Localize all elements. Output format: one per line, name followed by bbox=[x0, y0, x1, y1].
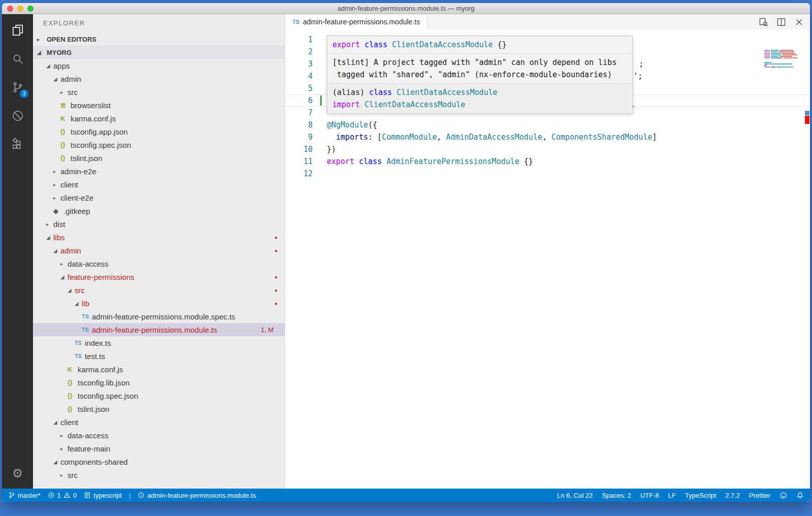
tab-bar: TS admin-feature-permissions.module.ts bbox=[285, 14, 810, 29]
tree-item-src[interactable]: ◢src● bbox=[33, 283, 285, 297]
vscode-window: admin-feature-permissions.module.ts — my… bbox=[2, 3, 810, 502]
chevron-down-icon: ◢ bbox=[53, 420, 60, 425]
source-control-icon[interactable]: 3 bbox=[2, 73, 33, 102]
tree-item-label: src bbox=[67, 88, 78, 96]
chevron-down-icon: ◢ bbox=[60, 274, 67, 280]
tree-item-admin-feature-permissions-module-spec-ts[interactable]: TSadmin-feature-permissions.module.spec.… bbox=[33, 310, 285, 323]
close-editor-icon[interactable] bbox=[794, 17, 804, 27]
tree-item-client[interactable]: ▸client bbox=[33, 178, 285, 191]
tree-item-karma-conf-js[interactable]: Kkarma.conf.js bbox=[33, 112, 285, 125]
code-token: import bbox=[332, 100, 360, 109]
minimap[interactable] bbox=[764, 50, 801, 68]
open-changes-icon[interactable] bbox=[759, 17, 768, 27]
tree-item-admin[interactable]: ◢admin bbox=[33, 72, 285, 85]
tree-item-admin-e2e[interactable]: ▸admin-e2e bbox=[33, 165, 285, 178]
tree-item-tslint-json[interactable]: {}tslint.json bbox=[33, 402, 285, 415]
tree-item-label: src bbox=[75, 286, 85, 295]
code-token bbox=[327, 133, 336, 142]
cursor-position[interactable]: Ln 6, Col 22 bbox=[557, 492, 593, 499]
explorer-icon[interactable] bbox=[2, 16, 33, 45]
tree-item-label: tsconfig.app.json bbox=[71, 127, 128, 136]
tree-item-karma-conf-js[interactable]: Kkarma.conf.js bbox=[33, 363, 285, 376]
tree-item-data-access[interactable]: ▸data-access bbox=[33, 257, 285, 270]
code-token: CommonModule bbox=[382, 133, 436, 142]
tree-item-label: dist bbox=[53, 220, 65, 229]
tree-item-index-ts[interactable]: TSindex.ts bbox=[33, 336, 285, 349]
linter-status[interactable]: typescript bbox=[84, 492, 122, 499]
notifications-bell-icon[interactable] bbox=[796, 492, 804, 499]
tree-item-src[interactable]: ▸src bbox=[33, 468, 285, 481]
encoding-setting[interactable]: UTF-8 bbox=[640, 492, 659, 499]
typescript-version[interactable]: 2.7.2 bbox=[725, 492, 740, 499]
tree-item-dist[interactable]: ▸dist bbox=[33, 217, 285, 231]
chevron-right-icon: ▸ bbox=[60, 433, 67, 438]
tree-item-label: tsconfig.spec.json bbox=[71, 141, 131, 149]
tree-item-label: data-access bbox=[67, 431, 109, 440]
tree-item-label: admin-e2e bbox=[60, 167, 96, 176]
problem-file-status[interactable]: admin-feature-permissions.module.ts bbox=[138, 492, 256, 499]
modified-dot-badge: ● bbox=[275, 274, 278, 280]
modified-dot-badge: ● bbox=[275, 287, 278, 293]
code-token: class bbox=[364, 40, 387, 49]
tree-item-label: karma.conf.js bbox=[78, 365, 123, 374]
open-editors-section[interactable]: ▸ OPEN EDITORS bbox=[33, 33, 285, 46]
tree-item-lib[interactable]: ◢lib● bbox=[33, 297, 285, 310]
eol-setting[interactable]: LF bbox=[668, 492, 676, 499]
code-line-9[interactable]: 9 imports: [CommonModule, AdminDataAcces… bbox=[285, 131, 810, 143]
tree-item-browserslist[interactable]: ≣browserslist bbox=[33, 99, 285, 112]
json-file-icon: {} bbox=[67, 405, 78, 412]
tree-item-test-ts[interactable]: TStest.ts bbox=[33, 349, 285, 363]
code-line-10[interactable]: 10}) bbox=[285, 143, 810, 155]
tree-item-client[interactable]: ◢client bbox=[33, 415, 285, 429]
tree-item-label: admin bbox=[60, 246, 81, 255]
tree-item--gitkeep[interactable]: ◈.gitkeep bbox=[33, 204, 285, 217]
tree-item-tsconfig-app-json[interactable]: {}tsconfig.app.json bbox=[33, 125, 285, 138]
tree-item-admin-feature-permissions-module-ts[interactable]: TSadmin-feature-permissions.module.ts1, … bbox=[33, 323, 285, 336]
tree-item-label: tslint.json bbox=[78, 405, 110, 413]
search-icon[interactable] bbox=[2, 45, 33, 73]
git-file-icon: ◈ bbox=[53, 207, 63, 215]
indentation-setting[interactable]: Spaces: 2 bbox=[602, 492, 631, 499]
code-area[interactable]: export class ClientDataAccessModule {} [… bbox=[285, 29, 810, 489]
language-mode[interactable]: TypeScript bbox=[685, 492, 716, 499]
feedback-smiley-icon[interactable] bbox=[780, 492, 787, 499]
tree-item-tslint-json[interactable]: {}tslint.json bbox=[33, 151, 285, 165]
tree-item-src[interactable]: ▸src bbox=[33, 85, 285, 99]
tree-item-tsconfig-lib-json[interactable]: {}tsconfig.lib.json bbox=[33, 376, 285, 389]
tab-admin-feature-permissions-module-ts[interactable]: TS admin-feature-permissions.module.ts bbox=[285, 14, 427, 29]
line-number: 11 bbox=[285, 155, 313, 168]
karma-file-icon: K bbox=[60, 115, 71, 122]
tree-item-tsconfig-spec-json[interactable]: {}tsconfig.spec.json bbox=[33, 389, 285, 402]
extensions-icon[interactable] bbox=[2, 130, 33, 158]
code-line-8[interactable]: 8@NgModule({ bbox=[285, 119, 810, 131]
tree-item-label: index.ts bbox=[85, 339, 111, 347]
debug-icon[interactable] bbox=[2, 102, 33, 130]
tree-item-admin[interactable]: ◢admin● bbox=[33, 244, 285, 257]
code-token: export bbox=[332, 40, 360, 49]
status-separator: | bbox=[129, 492, 130, 499]
chevron-down-icon: ◢ bbox=[53, 76, 60, 82]
close-window-button[interactable] bbox=[7, 6, 13, 12]
tree-item-components-shared[interactable]: ◢components-shared bbox=[33, 455, 285, 468]
workspace-root-section[interactable]: ◢ MYORG bbox=[33, 46, 285, 59]
zoom-window-button[interactable] bbox=[27, 6, 33, 12]
tree-item-libs[interactable]: ◢libs● bbox=[33, 231, 285, 244]
settings-gear-icon[interactable]: ⚙ bbox=[12, 466, 23, 480]
code-line-12[interactable]: 12 bbox=[285, 168, 810, 180]
code-line-11[interactable]: 11export class AdminFeaturePermissionsMo… bbox=[285, 155, 810, 168]
tree-item-label: client bbox=[60, 180, 78, 189]
tree-item-label: karma.conf.js bbox=[71, 114, 116, 123]
tree-item-apps[interactable]: ◢apps bbox=[33, 59, 285, 72]
formatter-status[interactable]: Prettier bbox=[749, 492, 770, 499]
code-token: {} bbox=[519, 157, 533, 166]
tree-item-feature-main[interactable]: ▸feature-main bbox=[33, 442, 285, 455]
tree-item-tsconfig-spec-json[interactable]: {}tsconfig.spec.json bbox=[33, 138, 285, 151]
split-editor-icon[interactable] bbox=[776, 17, 786, 27]
minimize-window-button[interactable] bbox=[17, 6, 23, 12]
git-branch-status[interactable]: master* bbox=[8, 492, 41, 499]
tree-item-client-e2e[interactable]: ▸client-e2e bbox=[33, 191, 285, 204]
tree-item-feature-permissions[interactable]: ◢feature-permissions● bbox=[33, 270, 285, 283]
problems-status[interactable]: 1 0 bbox=[48, 492, 77, 499]
tree-item-data-access[interactable]: ▸data-access bbox=[33, 429, 285, 442]
open-editors-label: OPEN EDITORS bbox=[47, 36, 96, 43]
